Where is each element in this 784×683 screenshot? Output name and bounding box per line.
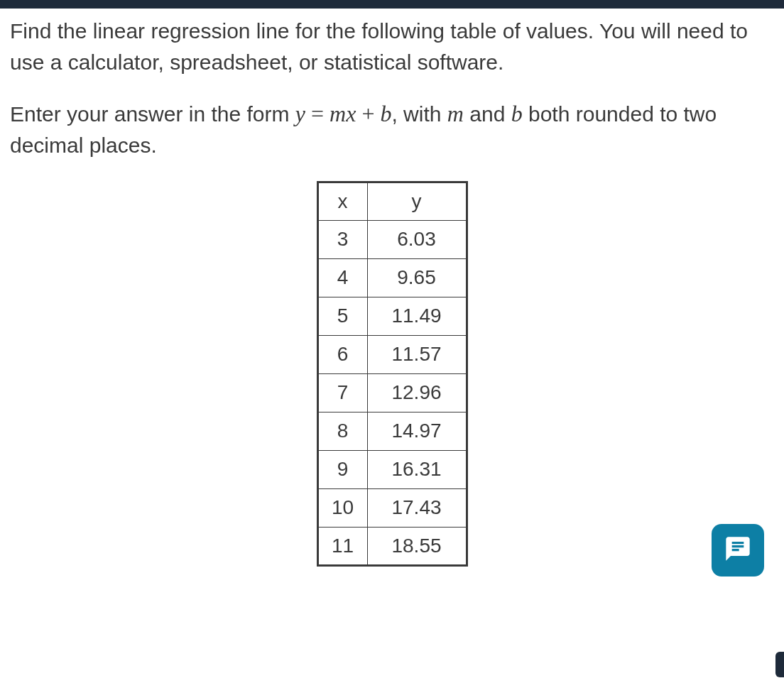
paragraph-1: Find the linear regression line for the … [10,16,774,77]
data-table: x y 3 6.03 4 9.65 5 11.49 6 [317,181,468,567]
cell-y: 11.57 [367,335,467,373]
chat-button[interactable] [712,524,764,577]
cell-x: 11 [317,527,367,565]
question-content: Find the linear regression line for the … [0,9,784,567]
cell-y: 6.03 [367,220,467,258]
table-row: 10 17.43 [317,488,467,527]
table-row: 3 6.03 [317,220,467,258]
table-row: 8 14.97 [317,412,467,450]
table-row: 11 18.55 [317,527,467,565]
cell-y: 12.96 [367,373,467,412]
eq-b: b [380,101,391,126]
table-row: 6 11.57 [317,335,467,373]
cell-y: 18.55 [367,527,467,565]
eq-m: m [447,101,464,126]
cell-x: 5 [317,297,367,335]
eq-b2: b [511,101,523,126]
p2-mid: , with [391,102,447,126]
cell-x: 7 [317,373,367,412]
instruction-text: Find the linear regression line for the … [10,16,774,161]
p2-pre: Enter your answer in the form [10,102,295,126]
table-row: 4 9.65 [317,258,467,297]
cell-x: 3 [317,220,367,258]
cell-x: 10 [317,488,367,527]
table-row: 7 12.96 [317,373,467,412]
table-header-row: x y [317,182,467,220]
cell-y: 16.31 [367,450,467,488]
paragraph-2: Enter your answer in the form y = mx + b… [10,97,774,161]
table-row: 5 11.49 [317,297,467,335]
partial-edge-element [775,652,784,677]
eq-equals: = [305,101,330,126]
header-x: x [317,182,367,220]
cell-y: 9.65 [367,258,467,297]
eq-mx: mx [330,101,356,126]
top-bar [0,0,784,9]
cell-y: 17.43 [367,488,467,527]
chat-icon [724,535,752,566]
table-row: 9 16.31 [317,450,467,488]
cell-x: 8 [317,412,367,450]
eq-y: y [295,101,305,126]
p2-and: and [464,102,511,126]
cell-x: 9 [317,450,367,488]
header-y: y [367,182,467,220]
cell-y: 11.49 [367,297,467,335]
cell-x: 6 [317,335,367,373]
cell-y: 14.97 [367,412,467,450]
table-wrapper: x y 3 6.03 4 9.65 5 11.49 6 [10,181,774,567]
cell-x: 4 [317,258,367,297]
eq-plus: + [356,101,380,126]
